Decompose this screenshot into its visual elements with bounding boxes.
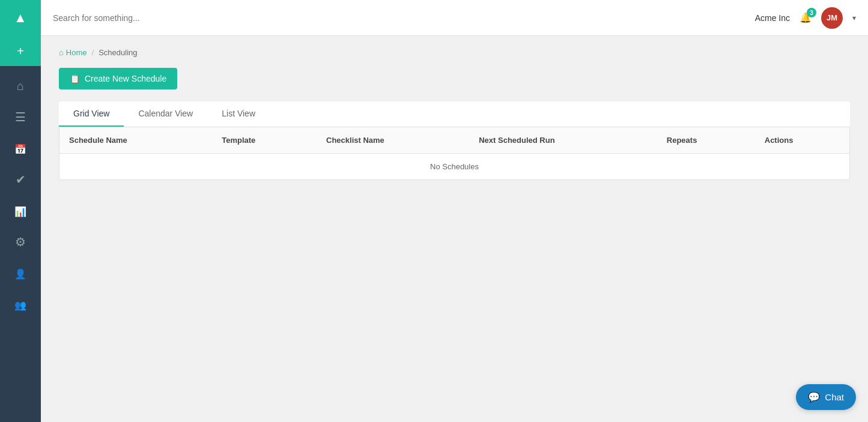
- notification-badge: 3: [807, 8, 816, 17]
- breadcrumb-home[interactable]: ⌂ Home: [59, 48, 87, 57]
- sidebar-item-list[interactable]: [0, 102, 41, 132]
- table-container: Schedule Name Template Checklist Name Ne…: [59, 127, 850, 180]
- gear-icon: [15, 235, 26, 249]
- schedules-table: Schedule Name Template Checklist Name Ne…: [59, 127, 849, 179]
- notification-bell[interactable]: 3: [800, 11, 812, 24]
- empty-message: No Schedules: [59, 154, 849, 180]
- sidebar-item-group[interactable]: [0, 289, 41, 319]
- tabs: Grid View Calendar View List View: [59, 101, 850, 127]
- sidebar: [0, 0, 41, 422]
- sidebar-item-user[interactable]: [0, 258, 41, 288]
- schedule-icon: [70, 74, 80, 83]
- calendar-icon: [14, 142, 26, 155]
- col-template: Template: [212, 127, 317, 154]
- tab-grid-view-label: Grid View: [73, 109, 109, 118]
- col-repeats: Repeats: [657, 127, 755, 154]
- home-icon: [17, 79, 24, 93]
- chat-label: Chat: [825, 392, 844, 402]
- breadcrumb-current: Scheduling: [99, 48, 137, 57]
- user-icon: [14, 267, 26, 280]
- sidebar-logo[interactable]: [0, 0, 41, 36]
- sidebar-item-calendar[interactable]: [0, 133, 41, 163]
- create-new-schedule-button[interactable]: Create New Schedule: [59, 68, 177, 89]
- tab-grid-view[interactable]: Grid View: [59, 101, 124, 127]
- create-button-label: Create New Schedule: [85, 74, 166, 83]
- topbar: Acme Inc 3 JM ▾: [41, 0, 868, 36]
- logo-icon: [14, 10, 27, 26]
- plus-icon: [17, 43, 24, 59]
- schedule-panel: Grid View Calendar View List View Schedu…: [59, 101, 850, 180]
- tab-list-view[interactable]: List View: [207, 101, 270, 127]
- chat-icon: [808, 391, 820, 403]
- home-icon-small: ⌂: [59, 48, 64, 57]
- checklist-icon: [16, 172, 26, 187]
- sidebar-add-button[interactable]: [0, 36, 41, 66]
- tab-calendar-view[interactable]: Calendar View: [124, 101, 207, 127]
- topbar-right: Acme Inc 3 JM ▾: [755, 7, 856, 29]
- avatar-dropdown-icon[interactable]: ▾: [852, 14, 856, 22]
- sidebar-item-home[interactable]: [0, 71, 41, 101]
- breadcrumb: ⌂ Home / Scheduling: [59, 48, 850, 57]
- list-icon: [15, 110, 26, 124]
- search-input[interactable]: [53, 13, 755, 23]
- col-next-scheduled-run: Next Scheduled Run: [469, 127, 657, 154]
- main-content: Acme Inc 3 JM ▾ ⌂ Home / Scheduling Crea…: [41, 0, 868, 422]
- sidebar-item-gear[interactable]: [0, 227, 41, 257]
- col-schedule-name: Schedule Name: [59, 127, 212, 154]
- chat-button[interactable]: Chat: [796, 384, 856, 410]
- group-icon: [14, 298, 26, 312]
- avatar[interactable]: JM: [821, 7, 843, 29]
- col-actions: Actions: [755, 127, 849, 154]
- breadcrumb-separator: /: [92, 48, 94, 57]
- company-name: Acme Inc: [755, 13, 790, 23]
- col-checklist-name: Checklist Name: [317, 127, 469, 154]
- tab-calendar-view-label: Calendar View: [138, 109, 193, 118]
- breadcrumb-home-label: Home: [66, 48, 87, 57]
- tab-list-view-label: List View: [222, 109, 255, 118]
- avatar-initials: JM: [827, 13, 837, 22]
- table-header: Schedule Name Template Checklist Name Ne…: [59, 127, 849, 154]
- table-header-row: Schedule Name Template Checklist Name Ne…: [59, 127, 849, 154]
- content-area: ⌂ Home / Scheduling Create New Schedule …: [41, 36, 868, 422]
- table-body: No Schedules: [59, 154, 849, 180]
- sidebar-item-chart[interactable]: [0, 196, 41, 226]
- sidebar-item-checklist[interactable]: [0, 164, 41, 194]
- chart-icon: [14, 204, 26, 218]
- table-empty-row: No Schedules: [59, 154, 849, 180]
